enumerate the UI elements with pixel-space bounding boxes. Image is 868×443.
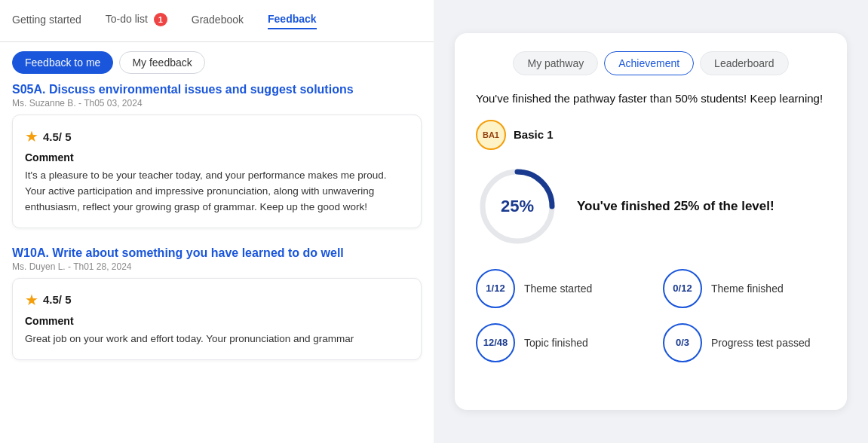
star-icon-2: ★ xyxy=(25,291,38,309)
progress-description: You've finished 25% of the level! xyxy=(577,199,774,214)
achievement-card: My pathway Achievement Leaderboard You'v… xyxy=(455,33,847,410)
stat-item-progress-test: 0/3 Progress test passed xyxy=(663,323,826,362)
badge-row: BA1 Basic 1 xyxy=(476,120,826,150)
nav-gradebook[interactable]: Gradebook xyxy=(192,14,244,29)
comment-label-1: Comment xyxy=(25,151,409,163)
comment-text-2: Great job on your work and effort today.… xyxy=(25,331,409,347)
rating-text-2: 4.5/ 5 xyxy=(43,293,72,306)
progress-section: 25% You've finished 25% of the level! xyxy=(476,165,826,248)
progress-circle: 25% xyxy=(476,165,559,248)
stat-label-topic-finished: Topic finished xyxy=(524,337,588,349)
feedback-meta-1: Ms. Suzanne B. - Th05 03, 2024 xyxy=(12,98,422,108)
nav-feedback[interactable]: Feedback xyxy=(268,13,317,29)
stat-circle-theme-finished: 0/12 xyxy=(663,269,702,308)
toggle-row: Feedback to me My feedback xyxy=(0,42,434,83)
feedback-card-1: ★ 4.5/ 5 Comment It's a pleasure to be y… xyxy=(12,115,422,228)
feedback-section-2: W10A. Write about something you have lea… xyxy=(12,246,422,360)
stat-item-theme-started: 1/12 Theme started xyxy=(476,269,639,308)
stat-label-theme-started: Theme started xyxy=(524,283,592,295)
stat-label-progress-test: Progress test passed xyxy=(711,337,811,349)
stat-circle-theme-started: 1/12 xyxy=(476,269,515,308)
stat-circle-progress-test: 0/3 xyxy=(663,323,702,362)
comment-label-2: Comment xyxy=(25,315,409,327)
rating-row-2: ★ 4.5/ 5 xyxy=(25,291,409,309)
feedback-to-me-button[interactable]: Feedback to me xyxy=(12,51,113,74)
stat-item-topic-finished: 12/48 Topic finished xyxy=(476,323,639,362)
feedback-list: S05A. Discuss environmental issues and s… xyxy=(0,83,434,443)
left-panel: Getting started To-do list 1 Gradebook F… xyxy=(0,0,434,443)
top-nav: Getting started To-do list 1 Gradebook F… xyxy=(0,0,434,42)
tab-achievement[interactable]: Achievement xyxy=(604,51,694,75)
comment-text-1: It's a pleasure to be your teacher today… xyxy=(25,168,409,215)
feedback-card-2: ★ 4.5/ 5 Comment Great job on your work … xyxy=(12,278,422,360)
tab-my-pathway[interactable]: My pathway xyxy=(513,51,598,75)
right-tabs: My pathway Achievement Leaderboard xyxy=(476,51,826,75)
nav-getting-started[interactable]: Getting started xyxy=(12,14,81,29)
rating-text-1: 4.5/ 5 xyxy=(43,130,72,143)
badge-circle: BA1 xyxy=(476,120,506,150)
stats-grid: 1/12 Theme started 0/12 Theme finished 1… xyxy=(476,269,826,362)
stat-circle-topic-finished: 12/48 xyxy=(476,323,515,362)
progress-percent-text: 25% xyxy=(501,197,534,216)
star-icon-1: ★ xyxy=(25,127,38,145)
feedback-section-1: S05A. Discuss environmental issues and s… xyxy=(12,83,422,228)
feedback-meta-2: Ms. Duyen L. - Th01 28, 2024 xyxy=(12,261,422,272)
stat-label-theme-finished: Theme finished xyxy=(711,283,784,295)
todo-badge: 1 xyxy=(154,13,167,26)
tab-leaderboard[interactable]: Leaderboard xyxy=(700,51,788,75)
rating-row-1: ★ 4.5/ 5 xyxy=(25,127,409,145)
badge-label: Basic 1 xyxy=(514,128,554,141)
nav-todo-list[interactable]: To-do list 1 xyxy=(106,13,167,29)
right-panel: My pathway Achievement Leaderboard You'v… xyxy=(434,0,868,443)
stat-item-theme-finished: 0/12 Theme finished xyxy=(663,269,826,308)
my-feedback-button[interactable]: My feedback xyxy=(119,51,204,74)
feedback-title-2: W10A. Write about something you have lea… xyxy=(12,246,422,260)
feedback-title-1: S05A. Discuss environmental issues and s… xyxy=(12,83,422,96)
achievement-message: You've finished the pathway faster than … xyxy=(476,90,826,108)
